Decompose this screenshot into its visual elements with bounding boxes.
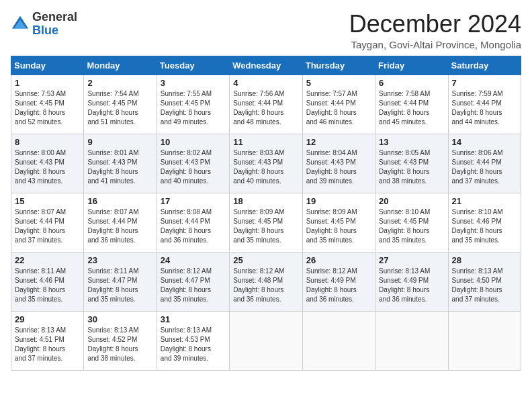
col-sunday: Sunday <box>11 56 84 75</box>
day-cell: 29 Sunrise: 8:13 AMSunset: 4:51 PMDaylig… <box>11 311 84 370</box>
day-cell: 16 Sunrise: 8:07 AMSunset: 4:44 PMDaylig… <box>84 193 157 252</box>
logo-icon <box>11 15 30 34</box>
table-row: 8 Sunrise: 8:00 AMSunset: 4:43 PMDayligh… <box>11 134 521 193</box>
day-cell: 22 Sunrise: 8:11 AMSunset: 4:46 PMDaylig… <box>11 252 84 311</box>
day-cell: 23 Sunrise: 8:11 AMSunset: 4:47 PMDaylig… <box>84 252 157 311</box>
table-row: 22 Sunrise: 8:11 AMSunset: 4:46 PMDaylig… <box>11 252 521 311</box>
day-cell: 26 Sunrise: 8:12 AMSunset: 4:49 PMDaylig… <box>302 252 375 311</box>
day-cell: 30 Sunrise: 8:13 AMSunset: 4:52 PMDaylig… <box>84 311 157 370</box>
day-cell: 4 Sunrise: 7:56 AMSunset: 4:44 PMDayligh… <box>230 75 302 134</box>
day-cell: 27 Sunrise: 8:13 AMSunset: 4:49 PMDaylig… <box>375 252 448 311</box>
title-block: December 2024 Taygan, Govi-Altai Provinc… <box>349 11 521 50</box>
day-cell: 18 Sunrise: 8:09 AMSunset: 4:45 PMDaylig… <box>230 193 302 252</box>
day-cell: 21 Sunrise: 8:10 AMSunset: 4:46 PMDaylig… <box>448 193 521 252</box>
day-cell: 10 Sunrise: 8:02 AMSunset: 4:43 PMDaylig… <box>157 134 229 193</box>
empty-day-cell <box>448 311 521 370</box>
col-friday: Friday <box>375 56 448 75</box>
day-cell: 7 Sunrise: 7:59 AMSunset: 4:44 PMDayligh… <box>448 75 521 134</box>
month-title: December 2024 <box>349 11 521 38</box>
empty-day-cell <box>230 311 302 370</box>
day-cell: 3 Sunrise: 7:55 AMSunset: 4:45 PMDayligh… <box>157 75 229 134</box>
table-row: 15 Sunrise: 8:07 AMSunset: 4:44 PMDaylig… <box>11 193 521 252</box>
day-cell: 5 Sunrise: 7:57 AMSunset: 4:44 PMDayligh… <box>302 75 375 134</box>
day-cell: 17 Sunrise: 8:08 AMSunset: 4:44 PMDaylig… <box>157 193 229 252</box>
day-cell: 24 Sunrise: 8:12 AMSunset: 4:47 PMDaylig… <box>157 252 229 311</box>
day-cell: 9 Sunrise: 8:01 AMSunset: 4:43 PMDayligh… <box>84 134 157 193</box>
day-cell: 20 Sunrise: 8:10 AMSunset: 4:45 PMDaylig… <box>375 193 448 252</box>
day-cell: 6 Sunrise: 7:58 AMSunset: 4:44 PMDayligh… <box>375 75 448 134</box>
day-cell: 13 Sunrise: 8:05 AMSunset: 4:43 PMDaylig… <box>375 134 448 193</box>
day-cell: 19 Sunrise: 8:09 AMSunset: 4:45 PMDaylig… <box>302 193 375 252</box>
empty-day-cell <box>302 311 375 370</box>
page-header: General Blue December 2024 Taygan, Govi-… <box>11 11 521 50</box>
col-thursday: Thursday <box>302 56 375 75</box>
logo: General Blue <box>11 11 77 38</box>
col-tuesday: Tuesday <box>157 56 229 75</box>
day-cell: 1 Sunrise: 7:53 AMSunset: 4:45 PMDayligh… <box>11 75 84 134</box>
day-cell: 12 Sunrise: 8:04 AMSunset: 4:43 PMDaylig… <box>302 134 375 193</box>
day-cell: 11 Sunrise: 8:03 AMSunset: 4:43 PMDaylig… <box>230 134 302 193</box>
day-cell: 14 Sunrise: 8:06 AMSunset: 4:44 PMDaylig… <box>448 134 521 193</box>
day-cell: 15 Sunrise: 8:07 AMSunset: 4:44 PMDaylig… <box>11 193 84 252</box>
col-saturday: Saturday <box>448 56 521 75</box>
table-row: 29 Sunrise: 8:13 AMSunset: 4:51 PMDaylig… <box>11 311 521 370</box>
calendar-header-row: Sunday Monday Tuesday Wednesday Thursday… <box>11 56 521 75</box>
col-wednesday: Wednesday <box>230 56 302 75</box>
day-cell: 25 Sunrise: 8:12 AMSunset: 4:48 PMDaylig… <box>230 252 302 311</box>
calendar-table: Sunday Monday Tuesday Wednesday Thursday… <box>11 56 521 371</box>
location-subtitle: Taygan, Govi-Altai Province, Mongolia <box>349 39 521 50</box>
day-cell: 8 Sunrise: 8:00 AMSunset: 4:43 PMDayligh… <box>11 134 84 193</box>
day-cell: 2 Sunrise: 7:54 AMSunset: 4:45 PMDayligh… <box>84 75 157 134</box>
day-cell: 31 Sunrise: 8:13 AMSunset: 4:53 PMDaylig… <box>157 311 229 370</box>
logo-text: General Blue <box>32 11 77 38</box>
table-row: 1 Sunrise: 7:53 AMSunset: 4:45 PMDayligh… <box>11 75 521 134</box>
col-monday: Monday <box>84 56 157 75</box>
day-cell: 28 Sunrise: 8:13 AMSunset: 4:50 PMDaylig… <box>448 252 521 311</box>
empty-day-cell <box>375 311 448 370</box>
